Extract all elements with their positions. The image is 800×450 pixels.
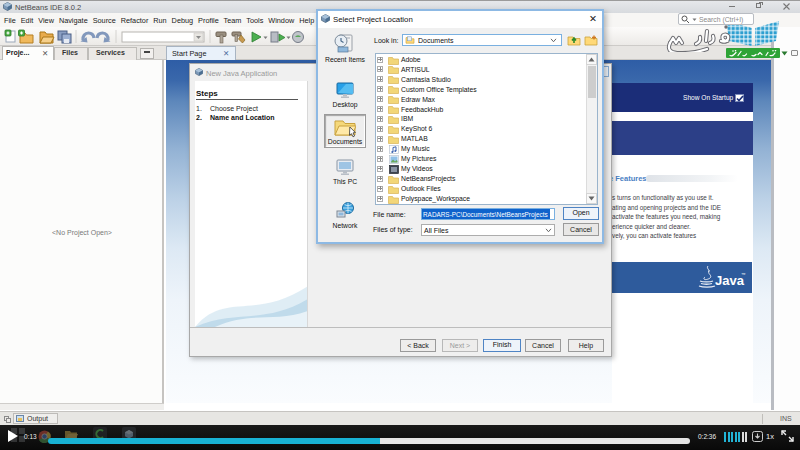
svg-text:™: ™: [741, 272, 746, 277]
